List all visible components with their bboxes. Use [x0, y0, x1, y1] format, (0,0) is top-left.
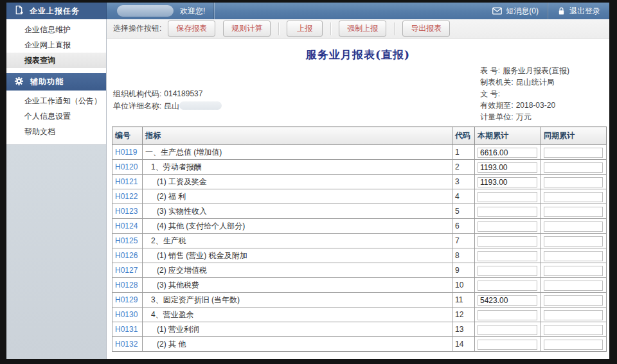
row-indicator: 3、固定资产折旧 (当年数): [151, 295, 240, 304]
same-period-input[interactable]: [544, 295, 603, 306]
current-period-input[interactable]: [478, 221, 537, 232]
row-code-link[interactable]: H0119: [112, 148, 137, 157]
col-header-indicator: 指标: [143, 127, 452, 145]
meta-line-doc-no: 文 号:: [480, 88, 569, 100]
org-code-line: 组织机构代码:014189537: [113, 88, 222, 100]
sidebar-item-work-notice[interactable]: 企业工作通知（公告）: [6, 93, 106, 108]
same-period-input[interactable]: [544, 148, 603, 158]
row-code-link[interactable]: H0132: [112, 340, 138, 349]
row-code-link[interactable]: H0125: [112, 236, 138, 245]
sidebar-section-header-report-tasks[interactable]: 企业上报任务: [6, 3, 107, 19]
sidebar-menu: 企业工作通知（公告） 个人信息设置 帮助文档: [6, 91, 106, 144]
row-code-link[interactable]: H0129: [112, 295, 138, 304]
sidebar-section-title: 辅助功能: [30, 76, 64, 87]
rule-calculate-button[interactable]: 规则计算: [223, 21, 271, 37]
current-period-input[interactable]: [478, 266, 537, 276]
same-period-input[interactable]: [544, 236, 603, 247]
top-bar-divider: [214, 3, 215, 19]
row-indicator: 一、生产总值 (增加值): [145, 148, 222, 157]
file-plus-icon: [14, 5, 24, 17]
app-window: 企业上报任务 欢迎您! 短消息(0): [6, 3, 609, 359]
same-period-input[interactable]: [544, 340, 603, 350]
messages-button[interactable]: 短消息(0): [483, 3, 548, 19]
logout-label: 退出登录: [569, 6, 600, 17]
row-indicator: (3) 其他税费: [157, 281, 199, 290]
current-period-input[interactable]: [478, 325, 537, 335]
row-seq: 4: [452, 189, 475, 204]
current-period-input[interactable]: [478, 162, 537, 173]
row-seq: 7: [452, 234, 475, 248]
org-code-label: 组织机构代码:: [113, 89, 161, 98]
logout-button[interactable]: 退出登录: [548, 3, 609, 19]
table-row: H0127 (2) 应交增值税 9: [112, 263, 607, 278]
same-period-input[interactable]: [544, 177, 603, 187]
row-code-link[interactable]: H0130: [112, 310, 138, 319]
current-period-input[interactable]: [478, 281, 537, 291]
row-code-link[interactable]: H0124: [112, 221, 138, 230]
row-code-link[interactable]: H0128: [112, 281, 138, 290]
row-code-link[interactable]: H0122: [112, 192, 138, 201]
censored-unit-name: [179, 101, 222, 110]
app-title: 企业上报任务: [30, 6, 80, 17]
envelope-icon: [492, 7, 502, 15]
save-report-button[interactable]: 保存报表: [168, 21, 215, 37]
same-period-input[interactable]: [544, 192, 603, 202]
same-period-input[interactable]: [544, 281, 603, 291]
row-indicator: (2) 福 利: [157, 192, 186, 201]
current-period-input[interactable]: [478, 236, 537, 247]
same-period-input[interactable]: [544, 266, 603, 276]
same-period-input[interactable]: [544, 162, 603, 173]
row-indicator: (3) 实物性收入: [157, 207, 207, 216]
same-period-input[interactable]: [544, 221, 603, 232]
table-row: H0123 (3) 实物性收入 5: [112, 204, 607, 219]
export-report-button[interactable]: 导出报表: [402, 21, 450, 37]
sidebar-item-online-report[interactable]: 企业网上直报: [6, 37, 106, 53]
submit-button[interactable]: 上报: [287, 21, 323, 37]
report-title: 服务业月报表(直报): [111, 48, 605, 62]
same-period-input[interactable]: [544, 251, 603, 261]
current-period-input[interactable]: [478, 340, 537, 350]
sidebar: 企业信息维护 企业网上直报 报表查询 辅助功能 企业工作通知（公告: [6, 19, 107, 359]
report-meta-right: 表 号:服务业月报表(直报) 制表机关:昆山统计局 文 号: 有效期至:2018…: [480, 65, 569, 123]
row-indicator: 4、营业盈余: [151, 310, 194, 319]
same-period-input[interactable]: [544, 310, 603, 320]
same-period-input[interactable]: [544, 325, 603, 335]
table-row: H0129 3、固定资产折旧 (当年数) 11: [112, 293, 607, 308]
meta-line-agency: 制表机关:昆山统计局: [480, 76, 569, 88]
same-period-input[interactable]: [544, 207, 603, 217]
meta-line-form-no: 表 号:服务业月报表(直报): [480, 65, 569, 76]
current-period-input[interactable]: [478, 192, 537, 202]
sidebar-item-personal-settings[interactable]: 个人信息设置: [6, 108, 106, 124]
screenshot-frame: 企业上报任务 欢迎您! 短消息(0): [0, 0, 617, 364]
row-indicator: 1、劳动者报酬: [151, 162, 202, 171]
row-code-link[interactable]: H0127: [112, 266, 138, 275]
col-header-seq: 代码: [452, 127, 475, 145]
row-code-link[interactable]: H0126: [112, 251, 138, 260]
row-seq: 8: [452, 248, 475, 263]
sidebar-item-report-query[interactable]: 报表查询: [6, 53, 106, 68]
current-period-input[interactable]: [478, 251, 537, 261]
sidebar-section-header-aux-functions[interactable]: 辅助功能: [6, 73, 106, 91]
row-code-link[interactable]: H0120: [112, 162, 138, 171]
row-code-link[interactable]: H0121: [112, 177, 138, 186]
force-submit-button[interactable]: 强制上报: [339, 21, 386, 37]
row-indicator: (2) 应交增值税: [157, 266, 207, 275]
toolbar-divider: [330, 22, 331, 35]
current-period-input[interactable]: [478, 207, 537, 217]
row-indicator: (1) 工资及奖金: [157, 177, 207, 186]
row-seq: 5: [452, 204, 475, 219]
current-period-input[interactable]: [478, 177, 537, 187]
row-code-link[interactable]: H0123: [112, 207, 138, 216]
current-period-input[interactable]: [478, 148, 537, 158]
row-indicator: (1) 营业利润: [157, 325, 199, 334]
col-header-current-period: 本期累计: [475, 127, 541, 145]
current-period-input[interactable]: [478, 310, 537, 320]
sidebar-item-help-docs[interactable]: 帮助文档: [6, 124, 106, 139]
row-seq: 6: [452, 219, 475, 234]
org-code-value: 014189537: [164, 89, 202, 98]
row-seq: 13: [452, 322, 475, 337]
row-code-link[interactable]: H0131: [112, 325, 138, 334]
current-period-input[interactable]: [478, 295, 537, 306]
sidebar-item-enterprise-info[interactable]: 企业信息维护: [6, 22, 106, 37]
table-row: H0125 2、生产税 7: [112, 234, 607, 248]
